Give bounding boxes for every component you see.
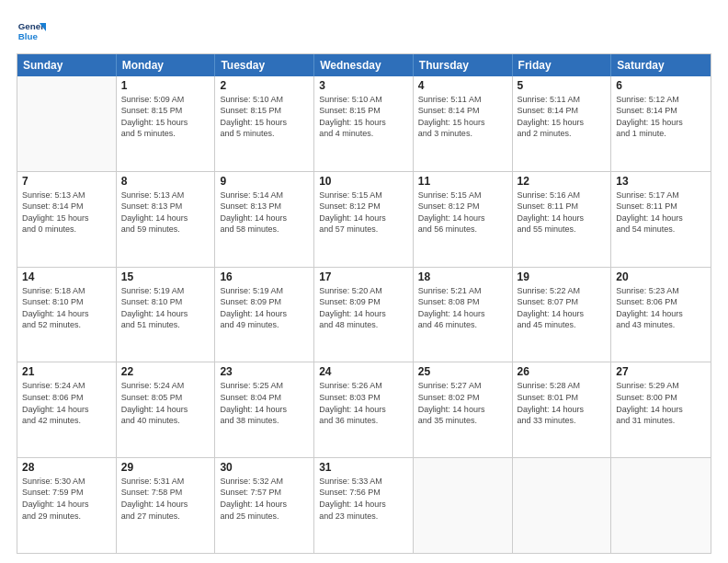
calendar-cell: 29Sunrise: 5:31 AMSunset: 7:58 PMDayligh…: [117, 458, 216, 553]
calendar-cell: 25Sunrise: 5:27 AMSunset: 8:02 PMDayligh…: [414, 362, 513, 457]
day-number: 13: [616, 175, 706, 188]
day-number: 10: [319, 175, 408, 188]
sunrise-text: Sunrise: 5:10 AM: [220, 94, 309, 105]
sunrise-text: Sunrise: 5:19 AM: [220, 285, 309, 296]
daylight-text: Daylight: 14 hoursand 45 minutes.: [518, 308, 607, 330]
day-number: 24: [319, 365, 408, 378]
sunrise-text: Sunrise: 5:29 AM: [616, 380, 706, 391]
day-number: 11: [418, 175, 507, 188]
sunrise-text: Sunrise: 5:15 AM: [319, 190, 408, 201]
calendar-cell: 1Sunrise: 5:09 AMSunset: 8:15 PMDaylight…: [117, 76, 216, 171]
calendar-row-4: 28Sunrise: 5:30 AMSunset: 7:59 PMDayligh…: [17, 457, 711, 553]
calendar-row-1: 7Sunrise: 5:13 AMSunset: 8:14 PMDaylight…: [17, 171, 711, 267]
calendar-cell: 12Sunrise: 5:16 AMSunset: 8:11 PMDayligh…: [513, 172, 612, 267]
logo: General Blue: [17, 17, 50, 46]
daylight-text: Daylight: 14 hoursand 38 minutes.: [220, 404, 309, 426]
day-number: 21: [22, 365, 111, 378]
day-number: 31: [319, 461, 408, 474]
calendar-cell: 4Sunrise: 5:11 AMSunset: 8:14 PMDaylight…: [414, 76, 513, 171]
sunrise-text: Sunrise: 5:19 AM: [121, 285, 210, 296]
day-number: 16: [220, 270, 309, 283]
sunset-text: Sunset: 8:14 PM: [22, 201, 111, 212]
day-number: 22: [121, 365, 210, 378]
calendar-header: SundayMondayTuesdayWednesdayThursdayFrid…: [17, 54, 711, 76]
day-number: 29: [121, 461, 210, 474]
sunset-text: Sunset: 8:06 PM: [22, 392, 111, 403]
sunrise-text: Sunrise: 5:32 AM: [220, 476, 309, 487]
calendar-cell: 5Sunrise: 5:11 AMSunset: 8:14 PMDaylight…: [513, 76, 612, 171]
calendar-row-2: 14Sunrise: 5:18 AMSunset: 8:10 PMDayligh…: [17, 267, 711, 362]
daylight-text: Daylight: 14 hoursand 59 minutes.: [121, 213, 210, 235]
day-number: 1: [121, 79, 210, 92]
day-number: 4: [418, 79, 507, 92]
sunset-text: Sunset: 8:08 PM: [418, 296, 507, 307]
daylight-text: Daylight: 14 hoursand 25 minutes.: [220, 499, 309, 521]
daylight-text: Daylight: 14 hoursand 33 minutes.: [518, 404, 607, 426]
sunrise-text: Sunrise: 5:13 AM: [121, 190, 210, 201]
sunset-text: Sunset: 7:58 PM: [121, 487, 210, 498]
day-number: 19: [518, 270, 607, 283]
day-number: 25: [418, 365, 507, 378]
daylight-text: Daylight: 14 hoursand 29 minutes.: [22, 499, 111, 521]
sunset-text: Sunset: 7:56 PM: [319, 487, 408, 498]
sunrise-text: Sunrise: 5:15 AM: [418, 190, 507, 201]
sunset-text: Sunset: 8:02 PM: [418, 392, 507, 403]
daylight-text: Daylight: 14 hoursand 23 minutes.: [319, 499, 408, 521]
calendar-cell: 9Sunrise: 5:14 AMSunset: 8:13 PMDaylight…: [215, 172, 314, 267]
sunset-text: Sunset: 8:05 PM: [121, 392, 210, 403]
calendar-row-3: 21Sunrise: 5:24 AMSunset: 8:06 PMDayligh…: [17, 362, 711, 457]
calendar-cell: 10Sunrise: 5:15 AMSunset: 8:12 PMDayligh…: [314, 172, 414, 267]
sunset-text: Sunset: 8:14 PM: [418, 105, 507, 116]
sunset-text: Sunset: 8:14 PM: [616, 105, 706, 116]
sunrise-text: Sunrise: 5:24 AM: [22, 380, 111, 391]
daylight-text: Daylight: 14 hoursand 40 minutes.: [121, 404, 210, 426]
daylight-text: Daylight: 14 hoursand 52 minutes.: [22, 308, 111, 330]
daylight-text: Daylight: 14 hoursand 42 minutes.: [22, 404, 111, 426]
header-cell-sunday: Sunday: [17, 54, 117, 76]
sunrise-text: Sunrise: 5:14 AM: [220, 190, 309, 201]
sunset-text: Sunset: 8:14 PM: [518, 105, 607, 116]
calendar-cell: 19Sunrise: 5:22 AMSunset: 8:07 PMDayligh…: [513, 268, 612, 362]
sunrise-text: Sunrise: 5:26 AM: [319, 380, 408, 391]
calendar-cell: 22Sunrise: 5:24 AMSunset: 8:05 PMDayligh…: [117, 362, 216, 457]
header-cell-saturday: Saturday: [611, 54, 711, 76]
sunset-text: Sunset: 8:15 PM: [220, 105, 309, 116]
day-number: 15: [121, 270, 210, 283]
day-number: 3: [319, 79, 408, 92]
sunrise-text: Sunrise: 5:13 AM: [22, 190, 111, 201]
sunset-text: Sunset: 8:01 PM: [518, 392, 607, 403]
sunrise-text: Sunrise: 5:28 AM: [518, 380, 607, 391]
sunrise-text: Sunrise: 5:23 AM: [616, 285, 706, 296]
sunrise-text: Sunrise: 5:20 AM: [319, 285, 408, 296]
daylight-text: Daylight: 15 hoursand 1 minute.: [616, 117, 706, 139]
calendar-cell: 13Sunrise: 5:17 AMSunset: 8:11 PMDayligh…: [611, 172, 711, 267]
day-number: 12: [518, 175, 607, 188]
header-cell-monday: Monday: [117, 54, 216, 76]
day-number: 5: [518, 79, 607, 92]
sunset-text: Sunset: 8:00 PM: [616, 392, 706, 403]
header: General Blue: [17, 17, 711, 46]
sunset-text: Sunset: 8:11 PM: [616, 201, 706, 212]
daylight-text: Daylight: 14 hoursand 48 minutes.: [319, 308, 408, 330]
calendar: SundayMondayTuesdayWednesdayThursdayFrid…: [17, 53, 711, 554]
calendar-cell: 20Sunrise: 5:23 AMSunset: 8:06 PMDayligh…: [611, 268, 711, 362]
calendar-cell: [611, 458, 711, 553]
daylight-text: Daylight: 14 hoursand 55 minutes.: [518, 213, 607, 235]
daylight-text: Daylight: 15 hoursand 0 minutes.: [22, 213, 111, 235]
svg-text:General: General: [18, 21, 46, 31]
page: General Blue SundayMondayTuesdayWednesda…: [0, 0, 728, 563]
calendar-cell: 7Sunrise: 5:13 AMSunset: 8:14 PMDaylight…: [17, 172, 117, 267]
sunrise-text: Sunrise: 5:18 AM: [22, 285, 111, 296]
sunset-text: Sunset: 8:04 PM: [220, 392, 309, 403]
sunset-text: Sunset: 8:03 PM: [319, 392, 408, 403]
daylight-text: Daylight: 14 hoursand 43 minutes.: [616, 308, 706, 330]
daylight-text: Daylight: 15 hoursand 5 minutes.: [220, 117, 309, 139]
day-number: 28: [22, 461, 111, 474]
daylight-text: Daylight: 14 hoursand 51 minutes.: [121, 308, 210, 330]
calendar-cell: 21Sunrise: 5:24 AMSunset: 8:06 PMDayligh…: [17, 362, 117, 457]
sunrise-text: Sunrise: 5:11 AM: [518, 94, 607, 105]
logo-icon: General Blue: [17, 17, 46, 46]
daylight-text: Daylight: 14 hoursand 54 minutes.: [616, 213, 706, 235]
day-number: 27: [616, 365, 706, 378]
sunset-text: Sunset: 7:59 PM: [22, 487, 111, 498]
